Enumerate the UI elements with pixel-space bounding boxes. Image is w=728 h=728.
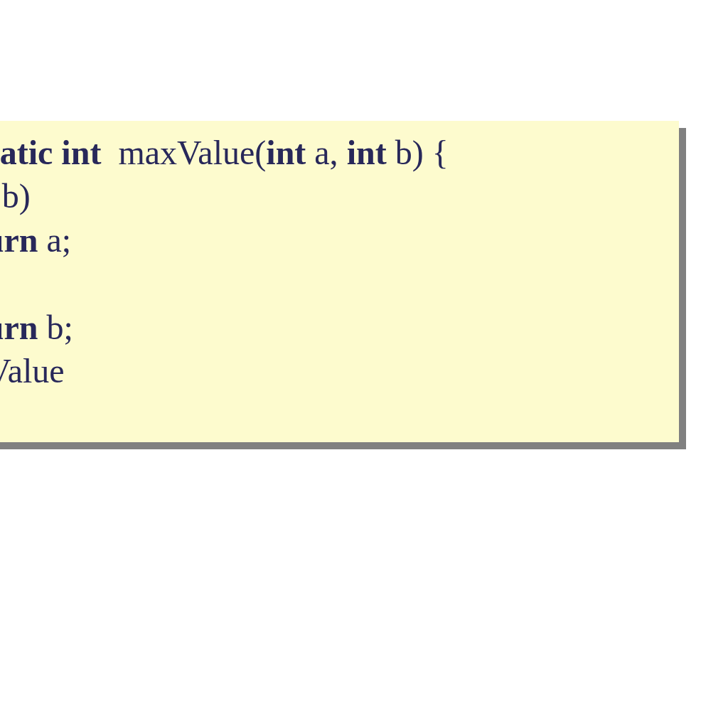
keyword-return: return	[0, 221, 38, 259]
keyword-int: int	[266, 134, 306, 171]
code-text: maxValue(	[101, 134, 266, 171]
code-line-2: if (a > b)	[0, 174, 679, 218]
keyword-int: int	[347, 134, 387, 171]
code-text: a,	[306, 134, 346, 171]
code-text: a;	[38, 221, 71, 259]
code-line-5: return b;	[0, 306, 679, 349]
code-line-4: else	[0, 262, 679, 305]
code-text: b) {	[387, 134, 449, 171]
code-text: (a > b)	[0, 177, 31, 215]
code-text: b;	[38, 309, 73, 346]
code-line-6: } // maxValue	[0, 349, 679, 392]
code-line-1: public static int maxValue(int a, int b)…	[0, 131, 679, 174]
keyword-public-static-int: public static int	[0, 134, 101, 171]
keyword-return: return	[0, 309, 38, 346]
code-text: } // maxValue	[0, 352, 65, 390]
code-line-3: return a;	[0, 218, 679, 262]
code-box: public static int maxValue(int a, int b)…	[0, 121, 679, 442]
